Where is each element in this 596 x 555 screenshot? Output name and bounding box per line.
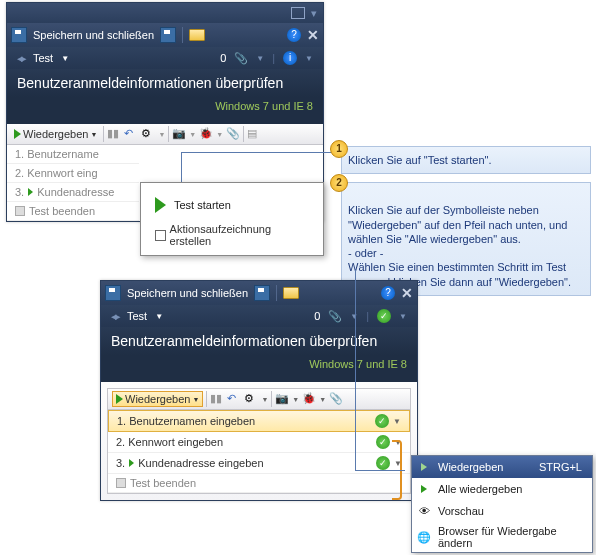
play-icon [416, 459, 432, 475]
toolbar: Wiedergeben ▼ ▮▮ ↶ ⚙ ▼ 📷 ▼ 🐞 ▼ 📎 [107, 388, 411, 410]
close-icon[interactable]: ✕ [307, 27, 319, 43]
step-label: Kundenadresse eingeben [138, 457, 263, 469]
folder-icon[interactable] [189, 29, 205, 41]
menu-shortcut: STRG+L [539, 461, 582, 473]
preview-icon: 👁 [416, 503, 432, 519]
play-icon [129, 459, 134, 467]
window-decorations: ▾ [7, 3, 323, 23]
pause-icon[interactable]: ▮▮ [210, 392, 224, 406]
test-label: Test [127, 310, 147, 322]
callout-text: Klicken Sie auf "Test starten". [348, 154, 492, 166]
menu-item-change-browser[interactable]: 🌐 Browser für Wiedergabe ändern [412, 522, 592, 552]
step-label: 1. Benutzername [15, 148, 99, 160]
bug-icon[interactable]: 🐞 [302, 392, 316, 406]
play-icon [14, 129, 21, 139]
test-dropdown-icon[interactable]: ▼ [61, 54, 69, 63]
attachment-icon[interactable]: 📎 [328, 310, 342, 323]
replay-label: Wiedergeben [23, 128, 88, 140]
undo-icon[interactable]: ↶ [124, 127, 138, 141]
menu-label: Browser für Wiedergabe ändern [438, 525, 582, 549]
step-row[interactable]: Test beenden [108, 474, 410, 493]
chevron-down-icon[interactable]: ▼ [393, 417, 401, 426]
callout-text: Klicken Sie auf der Symbolleiste neben "… [348, 204, 571, 287]
pause-icon[interactable]: ▮▮ [107, 127, 121, 141]
bug-icon[interactable]: 🐞 [199, 127, 213, 141]
camera-icon[interactable]: 📷 [172, 127, 186, 141]
dropdown-icon[interactable]: ▼ [256, 54, 264, 63]
page-title: Benutzeranmeldeinformationen überprüfen [7, 69, 323, 97]
step-label: 1. Benutzernamen eingeben [117, 415, 255, 427]
save-close-label[interactable]: Speichern und schließen [33, 29, 154, 41]
step-row[interactable]: 1. Benutzernamen eingeben✓▼ [108, 410, 410, 432]
menu-item-replay-all[interactable]: Alle wiedergeben [412, 478, 592, 500]
clip-icon[interactable]: 📎 [329, 392, 343, 406]
nav-arrows-icon[interactable]: ◂▸ [17, 52, 25, 65]
checkbox-label: Aktionsaufzeichnung erstellen [170, 223, 309, 247]
help-icon[interactable]: ? [381, 286, 395, 300]
step-label: 2. Kennwort eing [15, 167, 98, 179]
count-label: 0 [220, 52, 226, 64]
step-label: Test beenden [29, 205, 95, 217]
save-icon [105, 285, 121, 301]
menu-item-preview[interactable]: 👁 Vorschau [412, 500, 592, 522]
step-num: 3. [116, 457, 125, 469]
disk-icon[interactable] [254, 285, 270, 301]
attachment-icon[interactable]: 📎 [234, 52, 248, 65]
menu-label: Wiedergeben [438, 461, 503, 473]
play-all-icon [416, 481, 432, 497]
folder-icon[interactable] [283, 287, 299, 299]
config-label: Windows 7 und IE 8 [101, 355, 417, 376]
titlebar: Speichern und schließen ? ✕ [101, 281, 417, 305]
undo-icon[interactable]: ↶ [227, 392, 241, 406]
callout-1: Klicken Sie auf "Test starten". [341, 146, 591, 174]
camera-icon[interactable]: 📷 [275, 392, 289, 406]
step-label: 2. Kennwort eingeben [116, 436, 223, 448]
menu-label: Vorschau [438, 505, 484, 517]
step-row[interactable]: 1. Benutzername [7, 145, 139, 164]
checkbox[interactable] [155, 230, 166, 241]
menu-label: Alle wiedergeben [438, 483, 522, 495]
close-icon[interactable]: ✕ [401, 285, 413, 301]
disk-icon[interactable] [160, 27, 176, 43]
replay-button[interactable]: Wiedergeben ▼ [11, 127, 100, 141]
chevron-icon[interactable]: ▾ [311, 7, 317, 20]
play-icon [28, 188, 33, 196]
tool-icon[interactable]: ⚙ [244, 392, 258, 406]
replay-label: Wiedergeben [125, 393, 190, 405]
step-num: 3. [15, 186, 24, 198]
start-test-label[interactable]: Test starten [174, 199, 231, 211]
dropdown-icon[interactable]: ▼ [155, 312, 163, 321]
browser-icon: 🌐 [416, 529, 432, 545]
layout-icon[interactable] [291, 7, 305, 19]
check-icon[interactable]: ✓ [377, 309, 391, 323]
test-bar: ◂▸ Test ▼ 0 📎 ▼ | ✓ ▼ [101, 305, 417, 327]
save-icon [11, 27, 27, 43]
badge-1: 1 [330, 140, 348, 158]
callout-2: Klicken Sie auf der Symbolleiste neben "… [341, 182, 591, 296]
page-title: Benutzeranmeldeinformationen überprüfen [101, 327, 417, 355]
help-icon[interactable]: ? [287, 28, 301, 42]
info-icon[interactable]: i [283, 51, 297, 65]
config-label: Windows 7 und IE 8 [7, 97, 323, 118]
step-row[interactable]: 3.Kundenadresse [7, 183, 139, 202]
dropdown-icon[interactable]: ▼ [305, 54, 313, 63]
clip-icon[interactable]: 📎 [226, 127, 240, 141]
tool-icon[interactable]: ⚙ [141, 127, 155, 141]
replay-button[interactable]: Wiedergeben ▼ [112, 391, 203, 407]
menu-item-replay[interactable]: Wiedergeben STRG+L [412, 456, 592, 478]
doc-icon[interactable]: ▤ [247, 127, 261, 141]
badge-2: 2 [330, 174, 348, 192]
play-icon [116, 394, 123, 404]
check-icon[interactable]: ✓ [375, 414, 389, 428]
step-row[interactable]: 2. Kennwort eingeben✓▼ [108, 432, 410, 453]
save-close-label[interactable]: Speichern und schließen [127, 287, 248, 299]
step-row[interactable]: 2. Kennwort eing [7, 164, 139, 183]
step-label: Kundenadresse [37, 186, 114, 198]
check-icon[interactable]: ✓ [376, 435, 390, 449]
step-row[interactable]: Test beenden [7, 202, 139, 221]
check-icon[interactable]: ✓ [376, 456, 390, 470]
stop-icon [15, 206, 25, 216]
titlebar: Speichern und schließen ? ✕ [7, 23, 323, 47]
nav-arrows-icon[interactable]: ◂▸ [111, 310, 119, 323]
replay-menu: Wiedergeben STRG+L Alle wiedergeben 👁 Vo… [411, 455, 593, 553]
